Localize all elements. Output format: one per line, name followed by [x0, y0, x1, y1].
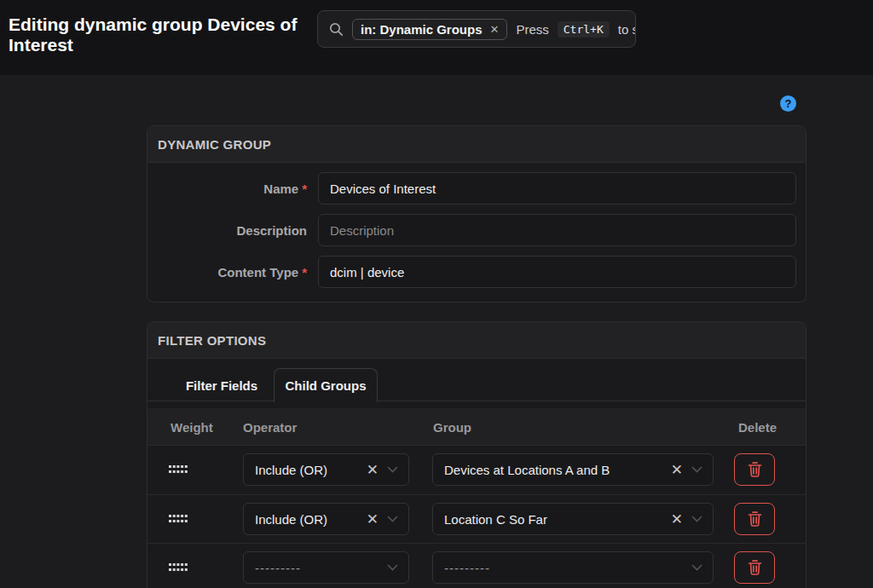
clear-selection-icon[interactable]: ✕: [671, 463, 683, 477]
page-title: Editing dynamic group Devices of Interes…: [9, 14, 312, 55]
operator-select[interactable]: Include (OR) ✕: [243, 503, 409, 535]
group-select-placeholder: ---------: [444, 561, 691, 575]
column-header-weight: Weight: [171, 408, 213, 446]
group-select[interactable]: Devices at Locations A and B ✕: [432, 453, 714, 486]
clear-selection-icon[interactable]: ✕: [367, 463, 379, 477]
content-type-input[interactable]: [318, 256, 796, 288]
dynamic-group-form: Name* Description Content Type*: [147, 163, 806, 303]
child-group-row: Include (OR) ✕ Devices at Locations A an…: [147, 446, 806, 494]
group-select-value: Location C So Far: [444, 512, 671, 527]
top-header: Editing dynamic group Devices of Interes…: [0, 0, 873, 75]
delete-row-button[interactable]: [734, 503, 775, 535]
search-hint-suffix: to se: [618, 22, 636, 37]
content-type-field-row: Content Type*: [147, 256, 806, 288]
tab-child-groups[interactable]: Child Groups: [274, 368, 378, 402]
child-groups-table-header: Weight Operator Group Delete: [147, 408, 806, 446]
column-header-delete: Delete: [738, 408, 777, 446]
filter-options-panel: FILTER OPTIONS Filter Fields Child Group…: [147, 321, 807, 588]
operator-select[interactable]: ---------: [243, 551, 409, 584]
chevron-down-icon[interactable]: [387, 516, 398, 522]
child-group-row: Include (OR) ✕ Location C So Far ✕: [147, 494, 806, 543]
column-header-group: Group: [433, 408, 471, 446]
remove-filter-icon[interactable]: ✕: [490, 23, 500, 36]
delete-row-button[interactable]: [734, 551, 775, 584]
chevron-down-icon[interactable]: [691, 466, 702, 473]
description-field-row: Description: [147, 214, 806, 246]
required-asterisk: *: [302, 265, 307, 280]
chevron-down-icon[interactable]: [691, 564, 702, 571]
drag-handle-icon[interactable]: [169, 465, 188, 475]
operator-select-placeholder: ---------: [255, 561, 387, 575]
drag-handle-icon[interactable]: [169, 563, 188, 573]
chevron-down-icon[interactable]: [691, 516, 702, 522]
name-input[interactable]: [318, 172, 796, 205]
group-select-value: Devices at Locations A and B: [444, 463, 671, 477]
search-icon: [329, 22, 344, 37]
group-select[interactable]: Location C So Far ✕: [432, 503, 714, 535]
ctrl-k-shortcut-badge: Ctrl+K: [558, 21, 610, 37]
trash-icon: [747, 559, 763, 576]
clear-selection-icon[interactable]: ✕: [367, 512, 379, 527]
description-label: Description: [147, 223, 318, 238]
delete-row-button[interactable]: [734, 453, 775, 486]
screen: Editing dynamic group Devices of Interes…: [0, 0, 873, 588]
child-group-row: --------- ---------: [147, 543, 806, 588]
name-field-row: Name*: [147, 172, 806, 205]
chevron-down-icon[interactable]: [387, 466, 398, 473]
clear-selection-icon[interactable]: ✕: [671, 512, 683, 527]
search-filter-tag[interactable]: in: Dynamic Groups ✕: [352, 19, 507, 40]
chevron-down-icon[interactable]: [387, 564, 398, 571]
content-type-label: Content Type*: [147, 265, 318, 280]
tab-filter-fields[interactable]: Filter Fields: [170, 368, 274, 402]
operator-select-value: Include (OR): [255, 463, 367, 477]
required-asterisk: *: [302, 182, 307, 196]
global-search-input[interactable]: in: Dynamic Groups ✕ Press Ctrl+K to se: [317, 10, 636, 48]
operator-select-value: Include (OR): [255, 512, 367, 527]
filter-options-panel-title: FILTER OPTIONS: [147, 322, 806, 359]
search-hint-press: Press: [516, 22, 548, 37]
filter-tabs: Filter Fields Child Groups: [147, 359, 806, 401]
column-header-operator: Operator: [243, 408, 297, 446]
dynamic-group-panel-title: DYNAMIC GROUP: [147, 126, 806, 163]
name-label: Name*: [147, 182, 318, 196]
group-select[interactable]: ---------: [432, 551, 714, 584]
trash-icon: [747, 510, 763, 527]
help-icon[interactable]: ?: [780, 95, 796, 112]
dynamic-group-panel: DYNAMIC GROUP Name* Description Content …: [147, 125, 807, 303]
search-filter-tag-label: in: Dynamic Groups: [361, 22, 483, 37]
description-input[interactable]: [318, 214, 796, 246]
operator-select[interactable]: Include (OR) ✕: [243, 453, 409, 486]
trash-icon: [747, 461, 763, 478]
drag-handle-icon[interactable]: [169, 515, 188, 524]
